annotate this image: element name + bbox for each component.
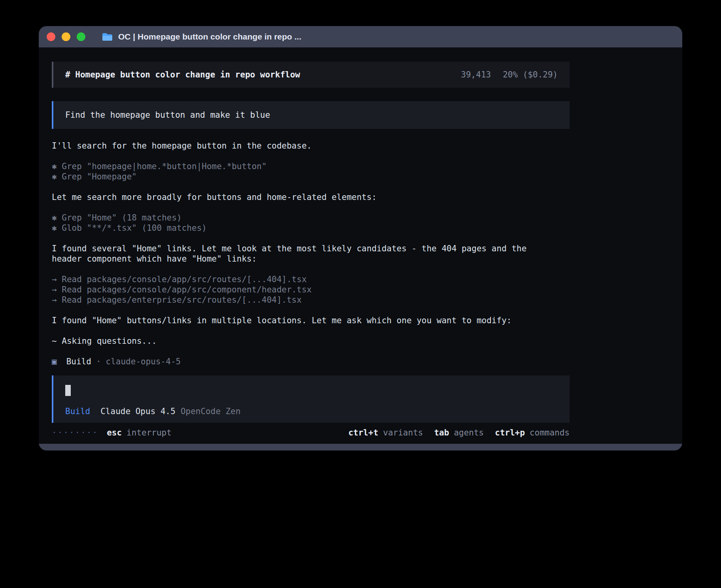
window-bottom-edge <box>39 444 682 450</box>
agent-name: Build <box>66 356 91 367</box>
terminal-content: # Homepage button color change in repo w… <box>39 47 682 444</box>
agent-icon: ▣ <box>52 356 57 367</box>
tool-call-line: ✱ Grep "Homepage" <box>52 172 570 182</box>
session-title: # Homepage button color change in repo w… <box>65 70 300 80</box>
input-agent-label: Build <box>65 406 90 416</box>
tool-call-line: ✱ Grep "Home" (18 matches) <box>52 213 570 223</box>
tool-call-line: → Read packages/console/app/src/routes/[… <box>52 274 570 285</box>
agent-separator: · <box>96 356 101 367</box>
window-title: OC | Homepage button color change in rep… <box>118 32 301 41</box>
tool-call-group: ✱ Grep "Home" (18 matches) ✱ Glob "**/*.… <box>52 213 570 233</box>
hint-interrupt: esc interrupt <box>107 428 172 438</box>
hint-commands: ctrl+p commands <box>495 428 570 438</box>
terminal-window: OC | Homepage button color change in rep… <box>39 26 682 450</box>
assistant-message: I found "Home" buttons/links in multiple… <box>52 315 554 326</box>
tool-call-line: ✱ Glob "**/*.tsx" (100 matches) <box>52 223 570 233</box>
window-titlebar: OC | Homepage button color change in rep… <box>39 26 682 47</box>
input-model-label: Claude Opus 4.5 <box>100 406 176 416</box>
tool-call-group: → Read packages/console/app/src/routes/[… <box>52 274 570 305</box>
status-bar: ········ esc interrupt ctrl+t variants t… <box>52 428 570 438</box>
agent-model: claude-opus-4-5 <box>106 356 181 367</box>
esc-label: interrupt <box>126 428 172 438</box>
input-provider-label: OpenCode Zen <box>181 406 241 416</box>
minimize-window-button[interactable] <box>62 32 70 41</box>
user-message: Find the homepage button and make it blu… <box>52 101 570 129</box>
commands-label: commands <box>530 428 570 438</box>
text-cursor <box>65 385 71 396</box>
esc-key: esc <box>107 428 122 438</box>
agent-status-line: ▣ Build · claude-opus-4-5 <box>52 356 570 367</box>
hint-agents: tab agents <box>434 428 484 438</box>
folder-icon <box>102 32 113 41</box>
session-meta: 39,413 20% ($0.29) <box>461 70 558 80</box>
session-header: # Homepage button color change in repo w… <box>52 62 570 88</box>
variants-label: variants <box>383 428 423 438</box>
ctrl-t-key: ctrl+t <box>348 428 378 438</box>
spinner-dots: ········ <box>52 428 98 438</box>
tool-call-line: → Read packages/enterprise/src/routes/[.… <box>52 295 570 305</box>
tool-call-group: ✱ Grep "homepage|home.*button|Home.*butt… <box>52 161 570 182</box>
input-status-row: Build Claude Opus 4.5 OpenCode Zen <box>65 406 558 416</box>
prompt-input[interactable]: Build Claude Opus 4.5 OpenCode Zen <box>52 375 570 423</box>
zoom-window-button[interactable] <box>77 32 85 41</box>
context-cost: 20% ($0.29) <box>503 70 558 80</box>
assistant-message: I found several "Home" links. Let me loo… <box>52 243 554 264</box>
ctrl-p-key: ctrl+p <box>495 428 525 438</box>
hint-variants: ctrl+t variants <box>348 428 423 438</box>
assistant-status-message: ~ Asking questions... <box>52 336 554 346</box>
user-message-text: Find the homepage button and make it blu… <box>65 110 270 120</box>
tool-call-line: → Read packages/console/app/src/componen… <box>52 285 570 295</box>
tab-key: tab <box>434 428 449 438</box>
agents-label: agents <box>454 428 484 438</box>
assistant-message: Let me search more broadly for buttons a… <box>52 192 554 202</box>
assistant-message: I'll search for the homepage button in t… <box>52 141 554 151</box>
token-count: 39,413 <box>461 70 491 80</box>
status-bar-hints: ctrl+t variants tab agents ctrl+p comman… <box>348 428 570 438</box>
traffic-lights <box>47 32 85 41</box>
tool-call-line: ✱ Grep "homepage|home.*button|Home.*butt… <box>52 161 570 172</box>
close-window-button[interactable] <box>47 32 55 41</box>
